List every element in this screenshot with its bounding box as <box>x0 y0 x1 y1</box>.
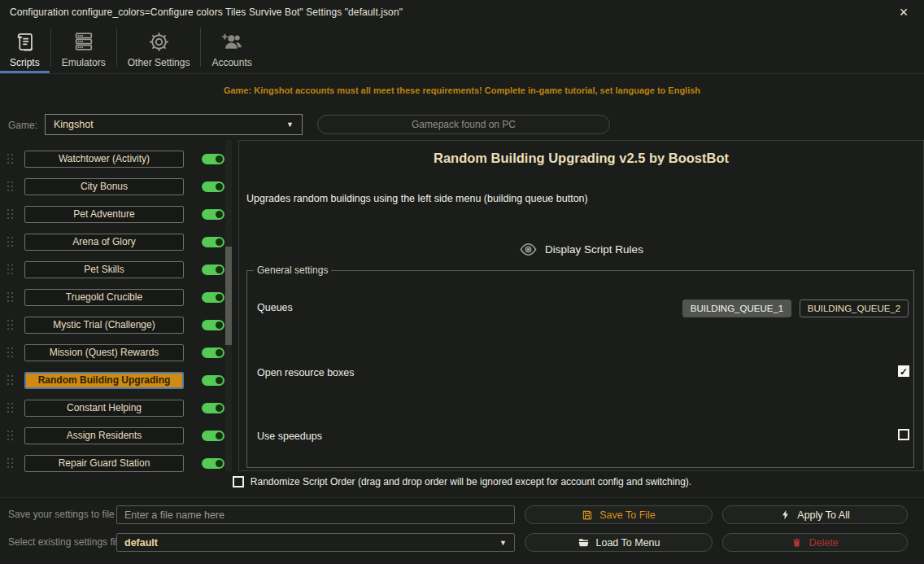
script-button[interactable]: Repair Guard Station <box>24 455 184 472</box>
apply-to-all-label: Apply To All <box>797 509 849 521</box>
toggle-on[interactable] <box>202 154 224 164</box>
toggle-on[interactable] <box>202 431 224 441</box>
list-item: Assign Residents <box>0 422 226 449</box>
use-speedups-checkbox[interactable] <box>898 429 909 440</box>
group-legend: General settings <box>254 265 331 276</box>
settings-footer: Save your settings to file Save To File … <box>0 497 924 564</box>
window-title: Configuration configure_colors=Configure… <box>10 7 403 18</box>
scroll-icon <box>14 28 36 55</box>
toggle-on[interactable] <box>202 292 224 303</box>
script-button[interactable]: Mystic Trial (Challenge) <box>24 317 184 334</box>
list-item: City Bonus <box>0 173 226 200</box>
save-to-file-button[interactable]: Save To File <box>525 505 713 524</box>
drag-handle-icon[interactable] <box>7 209 15 220</box>
tab-label: Emulators <box>62 57 106 68</box>
tab-label: Accounts <box>211 57 251 68</box>
toggle-on[interactable] <box>202 458 224 469</box>
add-user-icon <box>220 28 244 55</box>
randomize-checkbox[interactable] <box>233 476 244 487</box>
building-queue-2-button[interactable]: BUILDING_QUEUE_2 <box>800 299 909 317</box>
toggle-on[interactable] <box>202 403 224 413</box>
list-item-selected: Random Building Upgrading <box>0 366 226 394</box>
script-button[interactable]: Arena of Glory <box>24 234 184 251</box>
settings-file-value: default <box>124 537 158 549</box>
load-to-menu-button[interactable]: Load To Menu <box>525 533 713 552</box>
drag-handle-icon[interactable] <box>7 265 15 275</box>
lightning-icon <box>780 509 791 520</box>
file-name-input[interactable] <box>116 505 515 524</box>
drag-handle-icon[interactable] <box>7 237 15 247</box>
drag-handle-icon[interactable] <box>7 320 15 330</box>
chevron-down-icon: ▼ <box>499 539 507 547</box>
script-detail-panel: Random Building Upgrading v2.5 by BoostB… <box>238 140 924 471</box>
script-button[interactable]: City Bonus <box>24 178 184 195</box>
gamepack-status-button[interactable]: Gamepack found on PC <box>317 115 610 134</box>
drag-handle-icon[interactable] <box>7 431 15 441</box>
drag-handle-icon[interactable] <box>7 292 15 303</box>
list-item: Repair Guard Station <box>0 449 226 477</box>
tab-separator <box>116 28 117 67</box>
drag-handle-icon[interactable] <box>7 458 15 469</box>
script-button[interactable]: Random Building Upgrading <box>24 372 184 389</box>
select-settings-label: Select existing settings file <box>8 536 123 548</box>
script-button[interactable]: Mission (Quest) Rewards <box>24 344 184 361</box>
script-button[interactable]: Truegold Crucible <box>24 289 184 306</box>
tab-separator <box>50 28 51 67</box>
script-button[interactable]: Pet Skills <box>24 261 184 278</box>
list-item: Truegold Crucible <box>0 283 226 311</box>
tab-emulators[interactable]: Emulators <box>52 24 116 73</box>
scrollbar-track[interactable] <box>225 140 232 471</box>
open-resource-boxes-checkbox[interactable]: ✓ <box>898 365 909 377</box>
scrollbar-thumb[interactable] <box>225 247 232 345</box>
script-button[interactable]: Pet Adventure <box>24 206 184 223</box>
drag-handle-icon[interactable] <box>7 348 15 358</box>
toggle-on[interactable] <box>202 375 224 386</box>
settings-file-select[interactable]: default ▼ <box>116 533 515 552</box>
game-requirements-warning: Game: Kingshot accounts must all meet th… <box>0 85 924 95</box>
list-item: Pet Adventure <box>0 200 226 228</box>
toggle-on[interactable] <box>202 320 224 330</box>
toggle-on[interactable] <box>202 237 224 247</box>
tab-label: Other Settings <box>128 57 190 68</box>
eye-icon <box>519 240 538 259</box>
list-item: Pet Skills <box>0 256 226 283</box>
drag-handle-icon[interactable] <box>7 375 15 386</box>
tab-scripts[interactable]: Scripts <box>0 24 50 73</box>
drag-handle-icon[interactable] <box>7 403 15 413</box>
close-icon[interactable]: × <box>895 3 913 21</box>
script-list: Watchtower (Activity) City Bonus Pet Adv… <box>0 140 238 471</box>
apply-to-all-button[interactable]: Apply To All <box>722 505 908 524</box>
tab-accounts[interactable]: Accounts <box>202 24 261 73</box>
configuration-window: Configuration configure_colors=Configure… <box>0 0 924 564</box>
game-select[interactable]: Kingshot ▼ <box>45 114 303 135</box>
drag-handle-icon[interactable] <box>7 154 15 164</box>
tab-bar: Scripts Emulators <box>0 24 924 74</box>
tab-other-settings[interactable]: Other Settings <box>118 24 200 73</box>
script-button[interactable]: Constant Helping <box>24 400 184 417</box>
list-item: Mission (Quest) Rewards <box>0 339 226 366</box>
toggle-on[interactable] <box>202 348 224 358</box>
script-button[interactable]: Watchtower (Activity) <box>24 151 184 168</box>
server-stack-icon <box>72 28 95 55</box>
toggle-on[interactable] <box>202 265 224 275</box>
list-item: Mystic Trial (Challenge) <box>0 311 226 339</box>
delete-button[interactable]: Delete <box>722 533 908 552</box>
display-script-rules-button[interactable]: Display Script Rules <box>239 240 923 259</box>
toggle-on[interactable] <box>202 181 224 192</box>
tab-separator <box>200 28 201 67</box>
open-resource-boxes-label: Open resource boxes <box>257 367 355 378</box>
list-item: Watchtower (Activity) <box>0 145 226 173</box>
floppy-disk-icon <box>582 509 593 521</box>
building-queue-1-button[interactable]: BUILDING_QUEUE_1 <box>682 299 791 317</box>
toggle-on[interactable] <box>202 209 224 220</box>
active-tab-underline <box>0 71 50 73</box>
queues-label: Queues <box>257 302 293 313</box>
folder-icon <box>578 536 590 549</box>
drag-handle-icon[interactable] <box>7 181 15 192</box>
script-button[interactable]: Assign Residents <box>24 427 184 444</box>
trash-icon <box>791 537 802 548</box>
randomize-label: Randomize Script Order (drag and drop or… <box>251 476 691 487</box>
list-item: Arena of Glory <box>0 228 226 256</box>
randomize-row: Randomize Script Order (drag and drop or… <box>0 476 924 487</box>
tab-label: Scripts <box>10 57 40 68</box>
